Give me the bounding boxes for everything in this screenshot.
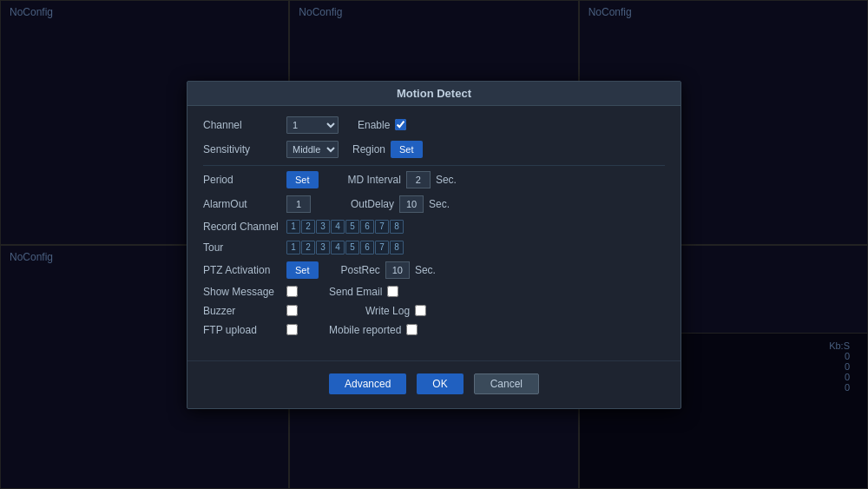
mobile-reported-checkbox[interactable] xyxy=(406,324,418,335)
sensitivity-row: Sensitivity Low Middle High Region Set xyxy=(203,141,665,158)
ptz-label: PTZ Activation xyxy=(203,264,281,276)
tour-num-1[interactable]: 1 xyxy=(286,241,300,254)
enable-label: Enable xyxy=(358,119,390,131)
ch-num-7[interactable]: 7 xyxy=(375,220,389,234)
md-interval-unit: Sec. xyxy=(436,174,457,186)
tour-num-4[interactable]: 4 xyxy=(331,241,345,254)
ftp-upload-checkbox[interactable] xyxy=(286,324,298,335)
ok-button[interactable]: OK xyxy=(417,373,463,394)
out-delay-input[interactable] xyxy=(399,195,424,213)
buzzer-checkbox[interactable] xyxy=(286,305,298,316)
dialog-overlay: Motion Detect Channel 1 Enable Sensitivi… xyxy=(0,0,868,489)
ch-num-6[interactable]: 6 xyxy=(360,220,374,234)
dialog-body: Channel 1 Enable Sensitivity Low Middle … xyxy=(187,106,681,354)
ftp-upload-label: FTP upload xyxy=(203,324,281,336)
channel-row: Channel 1 Enable xyxy=(203,116,665,134)
buzzer-row: Buzzer Write Log xyxy=(203,305,665,317)
channel-select[interactable]: 1 xyxy=(286,116,339,134)
tour-num-6[interactable]: 6 xyxy=(360,241,374,254)
region-set-button[interactable]: Set xyxy=(391,141,423,158)
md-interval-label: MD Interval xyxy=(348,174,401,186)
advanced-button[interactable]: Advanced xyxy=(329,373,406,394)
tour-num-7[interactable]: 7 xyxy=(375,241,389,254)
ftp-row: FTP upload Mobile reported xyxy=(203,324,665,336)
channel-label: Channel xyxy=(203,119,281,131)
sensitivity-select[interactable]: Low Middle High xyxy=(286,141,339,158)
ch-num-4[interactable]: 4 xyxy=(331,220,345,234)
tour-num-8[interactable]: 8 xyxy=(390,241,404,254)
tour-label: Tour xyxy=(203,241,281,254)
md-interval-input[interactable] xyxy=(406,171,431,188)
ch-num-8[interactable]: 8 xyxy=(390,220,404,234)
alarm-out-label: AlarmOut xyxy=(203,198,281,210)
tour-num-3[interactable]: 3 xyxy=(316,241,330,254)
tour-nums: 1 2 3 4 5 6 7 8 xyxy=(286,241,404,254)
ch-num-5[interactable]: 5 xyxy=(345,220,359,234)
send-email-label: Send Email xyxy=(329,286,382,298)
post-rec-label: PostRec xyxy=(341,264,380,276)
ch-num-3[interactable]: 3 xyxy=(316,220,330,234)
cancel-button[interactable]: Cancel xyxy=(474,373,539,394)
period-label: Period xyxy=(203,174,281,186)
write-log-label: Write Log xyxy=(365,305,410,317)
tour-num-5[interactable]: 5 xyxy=(345,241,359,254)
dialog-title: Motion Detect xyxy=(187,82,681,106)
send-email-checkbox[interactable] xyxy=(387,286,398,297)
motion-detect-dialog: Motion Detect Channel 1 Enable Sensitivi… xyxy=(187,81,681,409)
region-label: Region xyxy=(352,143,385,155)
tour-num-2[interactable]: 2 xyxy=(301,241,315,254)
ptz-row: PTZ Activation Set PostRec Sec. xyxy=(203,261,665,279)
post-rec-input[interactable] xyxy=(385,261,410,279)
show-message-label: Show Message xyxy=(203,286,281,298)
period-set-button[interactable]: Set xyxy=(286,171,319,188)
show-message-checkbox[interactable] xyxy=(286,286,298,297)
alarm-row: AlarmOut OutDelay Sec. xyxy=(203,195,665,213)
out-delay-label: OutDelay xyxy=(351,198,394,210)
buzzer-label: Buzzer xyxy=(203,305,281,317)
tour-row: Tour 1 2 3 4 5 6 7 8 xyxy=(203,241,665,254)
show-message-row: Show Message Send Email xyxy=(203,286,665,298)
record-channel-label: Record Channel xyxy=(203,221,281,233)
write-log-checkbox[interactable] xyxy=(415,305,426,316)
sensitivity-label: Sensitivity xyxy=(203,143,281,155)
enable-checkbox[interactable] xyxy=(395,119,406,130)
mobile-reported-label: Mobile reported xyxy=(329,324,401,336)
period-row: Period Set MD Interval Sec. xyxy=(203,171,665,188)
ch-num-1[interactable]: 1 xyxy=(286,220,300,234)
record-channel-nums: 1 2 3 4 5 6 7 8 xyxy=(286,220,404,234)
alarm-out-input[interactable] xyxy=(286,195,311,213)
ptz-set-button[interactable]: Set xyxy=(286,261,319,279)
record-channel-row: Record Channel 1 2 3 4 5 6 7 8 xyxy=(203,220,665,234)
ch-num-2[interactable]: 2 xyxy=(301,220,315,234)
dialog-footer: Advanced OK Cancel xyxy=(187,360,681,408)
out-delay-unit: Sec. xyxy=(429,198,450,210)
post-rec-unit: Sec. xyxy=(415,264,436,276)
